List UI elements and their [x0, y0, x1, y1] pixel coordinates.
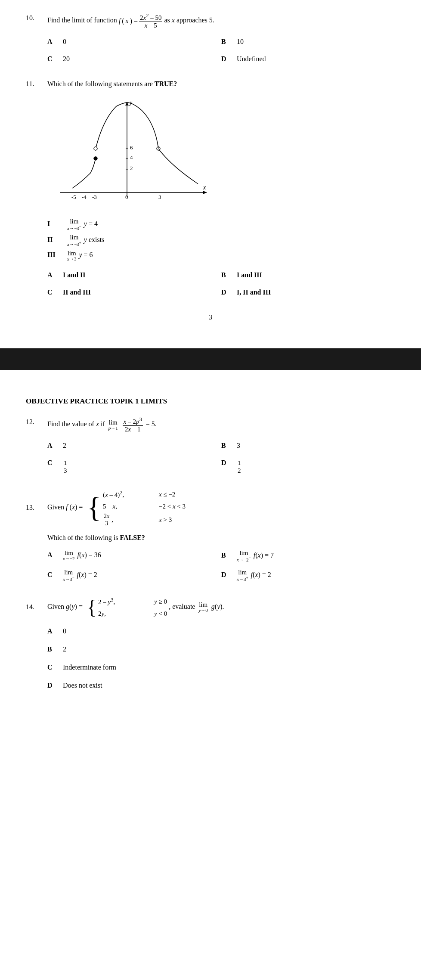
q11-graph: 6 4 2 -5 -4 -3 0 3 x y [47, 98, 211, 210]
x-axis-arrow [203, 191, 207, 194]
opt-letter: C [47, 54, 58, 64]
q13-question: Which of the following is FALSE? [47, 533, 395, 543]
opt-c-frac: 1 3 [63, 459, 68, 474]
option-11d[interactable]: D I, II and III [221, 285, 395, 299]
opt-val: 10 [237, 37, 244, 47]
option-14d[interactable]: D Does not exist [47, 679, 395, 692]
q12-options: A 2 B 3 C 1 3 D 1 2 [47, 439, 395, 476]
opt-val: 20 [63, 54, 70, 64]
q14-options-container: A 0 B 2 C Indeterminate form D Does not … [47, 624, 395, 692]
page-number-1: 3 [26, 312, 395, 323]
option-10c[interactable]: C 20 [47, 52, 221, 66]
curve-left-approach [72, 158, 96, 188]
limit-III: lim x→3 [67, 250, 76, 261]
q13-piecewise: { (x – 4)2, x ≤ −2 5 – x, −2 < x < 3 [87, 489, 186, 527]
section-title: OBJECTIVE PRACTICE TOPIK 1 LIMITS [26, 396, 395, 407]
q12-number: 12. [26, 417, 47, 427]
curve-spike-down [127, 102, 158, 149]
q10-options: A 0 B 10 C 20 D Undefined [47, 35, 395, 66]
question-12: 12. Find the value of x if lim p→1 x – 2… [26, 417, 395, 476]
curve-spike-up [96, 102, 127, 147]
option-10b[interactable]: B 10 [221, 35, 395, 49]
dark-separator [0, 348, 421, 370]
x-label-n3: -3 [92, 194, 97, 200]
x-label-n4: -4 [82, 194, 87, 200]
brace-icon: { [87, 494, 101, 521]
opt-val: 0 [63, 37, 66, 47]
opt-letter: B [221, 37, 232, 47]
q11-number: 11. [26, 79, 47, 89]
option-14a[interactable]: A 0 [47, 624, 395, 638]
q12-fraction: x – 2p3 2x – 1 [123, 417, 143, 433]
option-11a[interactable]: A I and II [47, 268, 221, 282]
x-label-3: 3 [158, 194, 161, 200]
question-11: 11. Which of the following statements ar… [26, 79, 395, 299]
option-12c[interactable]: C 1 3 [47, 456, 221, 476]
option-10d[interactable]: D Undefined [221, 52, 395, 66]
opt-val: Undefined [237, 54, 266, 64]
curve-right [159, 149, 198, 184]
q10-function: f (x) = 2x2 – 50 x – 5 [119, 13, 163, 29]
option-12d[interactable]: D 1 2 [221, 456, 395, 476]
q13-text: Given f (x) = { (x – 4)2, x ≤ −2 5 – x, … [47, 489, 395, 527]
q10-text: Find the limit of function f (x) = 2x2 –… [47, 13, 395, 29]
q11-text: Which of the following statements are TR… [47, 79, 395, 89]
q11-options: A I and II B I and III C II and III D I,… [47, 268, 395, 299]
question-13: 13. Given f (x) = { (x – 4)2, x ≤ −2 5 –… [26, 489, 395, 583]
open-circle-left [94, 147, 97, 150]
option-13b[interactable]: B lim x→−2− f(x) = 7 [221, 548, 395, 564]
question-10: 10. Find the limit of function f (x) = 2… [26, 13, 395, 66]
x-axis-label: x [203, 184, 206, 191]
brace-icon: { [87, 599, 96, 616]
option-12b[interactable]: B 3 [221, 439, 395, 453]
q11-statements: I lim x→−3− y = 4 II lim x→−3+ y exists [47, 218, 395, 261]
filled-dot [94, 157, 97, 160]
q14-text: Given g(y) = { 2 – y3, y ≥ 0 2y, y < 0 [47, 596, 395, 618]
opt-letter: A [47, 37, 58, 47]
q14-piecewise: { 2 – y3, y ≥ 0 2y, y < 0 [87, 596, 167, 618]
graph-svg: 6 4 2 -5 -4 -3 0 3 x y [47, 98, 211, 210]
stmt-II: II lim x→−3+ y exists [47, 234, 395, 247]
option-12a[interactable]: A 2 [47, 439, 221, 453]
stmt-III: III lim x→3 y = 6 [47, 250, 395, 261]
q10-fraction: 2x2 – 50 x – 5 [139, 13, 162, 29]
q12-text: Find the value of x if lim p→1 x – 2p3 2… [47, 417, 395, 433]
q12-limit: lim p→1 [108, 419, 118, 431]
stmt-I: I lim x→−3− y = 4 [47, 218, 395, 231]
option-11b[interactable]: B I and III [221, 268, 395, 282]
question-14: 14. Given g(y) = { 2 – y3, y ≥ 0 2y, y <… [26, 596, 395, 692]
y-label-6: 6 [130, 144, 133, 151]
option-13a[interactable]: A lim x→−2 f(x) = 36 [47, 548, 221, 564]
x-label-n5: -5 [71, 194, 76, 200]
option-14c[interactable]: C Indeterminate form [47, 661, 395, 674]
limit-II: lim x→−3+ [67, 234, 81, 247]
q10-number: 10. [26, 13, 47, 23]
opt-letter: D [221, 54, 232, 64]
x-label-0: 0 [125, 194, 128, 200]
y-label-2: 2 [130, 165, 133, 171]
option-10a[interactable]: A 0 [47, 35, 221, 49]
y-label-4: 4 [130, 154, 133, 161]
q14-number: 14. [26, 602, 47, 612]
option-14b[interactable]: B 2 [47, 642, 395, 656]
option-13d[interactable]: D lim x→3+ f(x) = 2 [221, 568, 395, 583]
opt-d-frac: 1 2 [237, 459, 242, 474]
limit-I: lim x→−3− [67, 218, 81, 231]
q13-options: A lim x→−2 f(x) = 36 B lim x→−2− f(x) = [47, 548, 395, 583]
option-13c[interactable]: C lim x→3− f(x) = 2 [47, 568, 221, 583]
q13-number: 13. [26, 502, 47, 513]
option-11c[interactable]: C II and III [47, 285, 221, 299]
